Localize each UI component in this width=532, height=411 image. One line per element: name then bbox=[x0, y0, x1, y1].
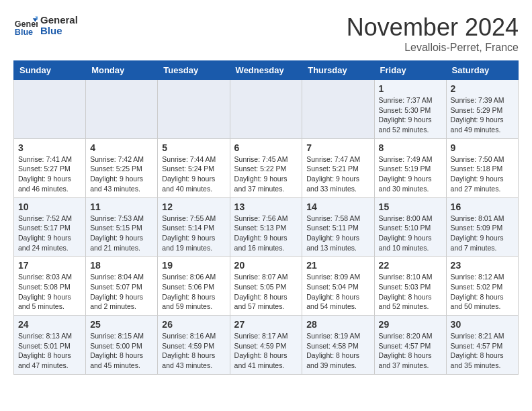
day-number: 20 bbox=[234, 260, 298, 271]
day-number: 11 bbox=[90, 201, 153, 212]
calendar-header-monday: Monday bbox=[86, 61, 158, 80]
calendar-cell: 13Sunrise: 7:56 AMSunset: 5:13 PMDayligh… bbox=[230, 197, 302, 257]
day-info: Sunrise: 8:04 AMSunset: 5:07 PMDaylight:… bbox=[90, 272, 153, 312]
day-number: 13 bbox=[234, 201, 298, 212]
day-info: Sunrise: 7:44 AMSunset: 5:24 PMDaylight:… bbox=[162, 154, 225, 194]
calendar-cell: 22Sunrise: 8:10 AMSunset: 5:03 PMDayligh… bbox=[374, 257, 446, 316]
calendar-cell: 15Sunrise: 8:00 AMSunset: 5:10 PMDayligh… bbox=[374, 197, 446, 257]
day-info: Sunrise: 8:07 AMSunset: 5:05 PMDaylight:… bbox=[234, 272, 298, 312]
calendar-cell: 27Sunrise: 8:17 AMSunset: 4:59 PMDayligh… bbox=[230, 316, 302, 375]
day-number: 4 bbox=[90, 142, 153, 153]
location: Levallois-Perret, France bbox=[347, 42, 519, 54]
day-number: 18 bbox=[90, 260, 153, 271]
calendar-cell: 7Sunrise: 7:47 AMSunset: 5:21 PMDaylight… bbox=[302, 138, 374, 197]
day-number: 17 bbox=[18, 260, 81, 271]
calendar-cell bbox=[158, 80, 230, 139]
day-number: 21 bbox=[306, 260, 369, 271]
calendar-cell: 11Sunrise: 7:53 AMSunset: 5:15 PMDayligh… bbox=[86, 197, 158, 257]
calendar-cell: 30Sunrise: 8:21 AMSunset: 4:57 PMDayligh… bbox=[446, 316, 518, 375]
day-number: 10 bbox=[18, 201, 81, 212]
day-number: 19 bbox=[162, 260, 225, 271]
calendar-header-sunday: Sunday bbox=[14, 61, 86, 80]
day-info: Sunrise: 7:49 AMSunset: 5:19 PMDaylight:… bbox=[379, 154, 442, 194]
day-info: Sunrise: 8:20 AMSunset: 4:57 PMDaylight:… bbox=[379, 331, 442, 371]
day-number: 22 bbox=[379, 260, 442, 271]
day-number: 12 bbox=[162, 201, 225, 212]
svg-text:Blue: Blue bbox=[15, 28, 33, 37]
day-info: Sunrise: 8:16 AMSunset: 4:59 PMDaylight:… bbox=[162, 331, 225, 371]
day-number: 15 bbox=[379, 201, 442, 212]
day-number: 14 bbox=[306, 201, 369, 212]
day-info: Sunrise: 8:01 AMSunset: 5:09 PMDaylight:… bbox=[451, 214, 514, 253]
day-number: 30 bbox=[451, 319, 514, 330]
day-number: 16 bbox=[451, 201, 514, 212]
day-number: 8 bbox=[379, 142, 442, 153]
calendar-cell: 14Sunrise: 7:58 AMSunset: 5:11 PMDayligh… bbox=[302, 197, 374, 257]
calendar-header-row: SundayMondayTuesdayWednesdayThursdayFrid… bbox=[14, 61, 519, 80]
calendar-cell: 28Sunrise: 8:19 AMSunset: 4:58 PMDayligh… bbox=[302, 316, 374, 375]
calendar: SundayMondayTuesdayWednesdayThursdayFrid… bbox=[13, 60, 519, 375]
day-info: Sunrise: 7:58 AMSunset: 5:11 PMDaylight:… bbox=[306, 214, 369, 253]
day-number: 25 bbox=[90, 319, 153, 330]
day-number: 26 bbox=[162, 319, 225, 330]
calendar-cell: 4Sunrise: 7:42 AMSunset: 5:25 PMDaylight… bbox=[86, 138, 158, 197]
day-number: 23 bbox=[451, 260, 514, 271]
calendar-cell: 18Sunrise: 8:04 AMSunset: 5:07 PMDayligh… bbox=[86, 257, 158, 316]
day-info: Sunrise: 7:56 AMSunset: 5:13 PMDaylight:… bbox=[234, 214, 298, 253]
calendar-cell: 1Sunrise: 7:37 AMSunset: 5:30 PMDaylight… bbox=[374, 80, 446, 139]
day-info: Sunrise: 8:12 AMSunset: 5:02 PMDaylight:… bbox=[451, 272, 514, 312]
day-info: Sunrise: 7:45 AMSunset: 5:22 PMDaylight:… bbox=[234, 154, 298, 194]
calendar-cell: 5Sunrise: 7:44 AMSunset: 5:24 PMDaylight… bbox=[158, 138, 230, 197]
day-info: Sunrise: 7:50 AMSunset: 5:18 PMDaylight:… bbox=[451, 154, 514, 194]
calendar-cell: 21Sunrise: 8:09 AMSunset: 5:04 PMDayligh… bbox=[302, 257, 374, 316]
calendar-cell bbox=[86, 80, 158, 139]
calendar-cell: 2Sunrise: 7:39 AMSunset: 5:29 PMDaylight… bbox=[446, 80, 518, 139]
day-number: 6 bbox=[234, 142, 298, 153]
calendar-cell: 26Sunrise: 8:16 AMSunset: 4:59 PMDayligh… bbox=[158, 316, 230, 375]
calendar-header-tuesday: Tuesday bbox=[158, 61, 230, 80]
calendar-cell: 6Sunrise: 7:45 AMSunset: 5:22 PMDaylight… bbox=[230, 138, 302, 197]
day-number: 24 bbox=[18, 319, 81, 330]
day-info: Sunrise: 7:53 AMSunset: 5:15 PMDaylight:… bbox=[90, 214, 153, 253]
day-number: 28 bbox=[306, 319, 369, 330]
day-info: Sunrise: 7:47 AMSunset: 5:21 PMDaylight:… bbox=[306, 154, 369, 194]
day-info: Sunrise: 8:09 AMSunset: 5:04 PMDaylight:… bbox=[306, 272, 369, 312]
logo-text-blue: Blue bbox=[40, 26, 78, 37]
calendar-header-thursday: Thursday bbox=[302, 61, 374, 80]
calendar-cell: 12Sunrise: 7:55 AMSunset: 5:14 PMDayligh… bbox=[158, 197, 230, 257]
calendar-week-row: 10Sunrise: 7:52 AMSunset: 5:17 PMDayligh… bbox=[14, 197, 519, 257]
day-info: Sunrise: 7:37 AMSunset: 5:30 PMDaylight:… bbox=[379, 95, 442, 135]
page-header: General Blue General Blue November 2024 … bbox=[13, 13, 519, 54]
calendar-cell: 19Sunrise: 8:06 AMSunset: 5:06 PMDayligh… bbox=[158, 257, 230, 316]
calendar-week-row: 17Sunrise: 8:03 AMSunset: 5:08 PMDayligh… bbox=[14, 257, 519, 316]
day-info: Sunrise: 8:17 AMSunset: 4:59 PMDaylight:… bbox=[234, 331, 298, 371]
day-info: Sunrise: 8:13 AMSunset: 5:01 PMDaylight:… bbox=[18, 331, 81, 371]
calendar-header-wednesday: Wednesday bbox=[230, 61, 302, 80]
day-info: Sunrise: 8:15 AMSunset: 5:00 PMDaylight:… bbox=[90, 331, 153, 371]
day-info: Sunrise: 8:19 AMSunset: 4:58 PMDaylight:… bbox=[306, 331, 369, 371]
calendar-cell: 20Sunrise: 8:07 AMSunset: 5:05 PMDayligh… bbox=[230, 257, 302, 316]
calendar-cell: 25Sunrise: 8:15 AMSunset: 5:00 PMDayligh… bbox=[86, 316, 158, 375]
calendar-header-saturday: Saturday bbox=[446, 61, 518, 80]
calendar-week-row: 3Sunrise: 7:41 AMSunset: 5:27 PMDaylight… bbox=[14, 138, 519, 197]
day-info: Sunrise: 7:41 AMSunset: 5:27 PMDaylight:… bbox=[18, 154, 81, 194]
month-title: November 2024 bbox=[347, 13, 519, 42]
day-info: Sunrise: 8:21 AMSunset: 4:57 PMDaylight:… bbox=[451, 331, 514, 371]
calendar-cell: 16Sunrise: 8:01 AMSunset: 5:09 PMDayligh… bbox=[446, 197, 518, 257]
day-number: 27 bbox=[234, 319, 298, 330]
logo: General Blue General Blue bbox=[13, 13, 78, 38]
day-number: 9 bbox=[451, 142, 514, 153]
calendar-cell bbox=[230, 80, 302, 139]
day-number: 7 bbox=[306, 142, 369, 153]
calendar-cell: 29Sunrise: 8:20 AMSunset: 4:57 PMDayligh… bbox=[374, 316, 446, 375]
calendar-cell: 8Sunrise: 7:49 AMSunset: 5:19 PMDaylight… bbox=[374, 138, 446, 197]
day-number: 5 bbox=[162, 142, 225, 153]
day-number: 3 bbox=[18, 142, 81, 153]
day-info: Sunrise: 7:42 AMSunset: 5:25 PMDaylight:… bbox=[90, 154, 153, 194]
day-info: Sunrise: 7:55 AMSunset: 5:14 PMDaylight:… bbox=[162, 214, 225, 253]
day-info: Sunrise: 8:06 AMSunset: 5:06 PMDaylight:… bbox=[162, 272, 225, 312]
title-section: November 2024 Levallois-Perret, France bbox=[347, 13, 519, 54]
day-info: Sunrise: 8:10 AMSunset: 5:03 PMDaylight:… bbox=[379, 272, 442, 312]
calendar-cell: 23Sunrise: 8:12 AMSunset: 5:02 PMDayligh… bbox=[446, 257, 518, 316]
calendar-cell: 24Sunrise: 8:13 AMSunset: 5:01 PMDayligh… bbox=[14, 316, 86, 375]
